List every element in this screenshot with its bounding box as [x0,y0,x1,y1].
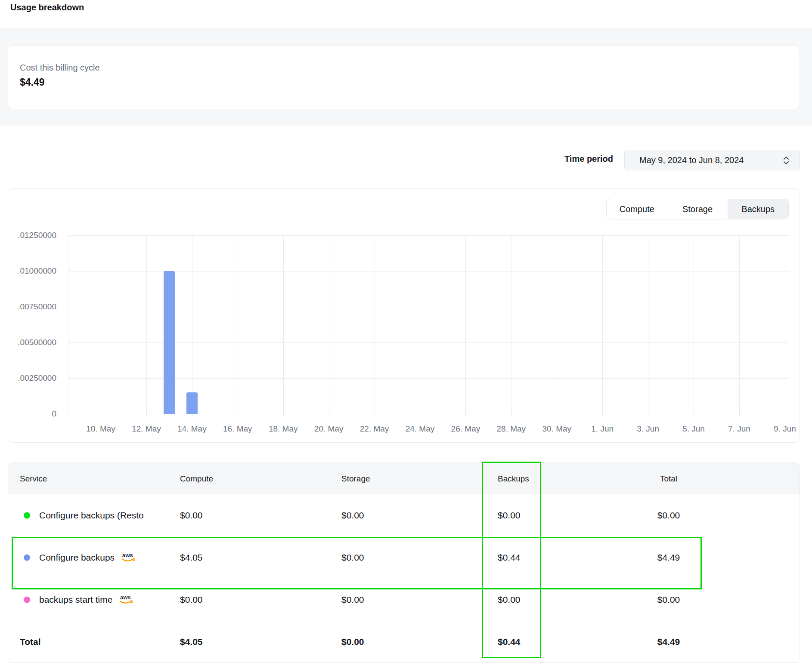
service-name: Configure backups (Resto [39,510,144,521]
x-axis-tick [329,414,329,416]
x-gridline [329,235,329,414]
x-axis-tick-label: 28. May [497,424,526,434]
svg-text:aws: aws [122,552,133,558]
usage-table: Service Compute Storage Backups Total Co… [8,462,800,663]
x-gridline [602,235,603,414]
y-axis-tick-label: .01000000 [18,266,56,276]
y-axis-tick-label: .00500000 [18,338,56,347]
x-axis-tick-label: 12. May [132,424,161,434]
usage-chart-card: Compute Storage Backups .01250000.010000… [8,188,800,443]
x-gridline [192,235,192,414]
y-gridline [68,414,789,414]
x-axis-tick-label: 24. May [406,424,435,434]
x-gridline [420,235,420,414]
billing-cost-card: Cost this billing cycle $4.49 [8,45,799,109]
time-period-value: May 9, 2024 to Jun 8, 2024 [639,155,744,165]
aws-logo-icon: aws [118,594,135,606]
usage-bar-14-may[interactable] [186,392,198,414]
service-color-dot [24,555,30,561]
column-header-backups: Backups [498,474,529,484]
x-axis-tick-label: 5. Jun [682,424,705,434]
x-gridline [465,235,466,414]
x-axis-tick-label: 16. May [223,424,252,434]
table-row: backups start time aws $0.00 $0.00 $0.00… [8,579,800,621]
x-axis-tick-label: 7. Jun [728,424,750,434]
x-axis-tick [557,414,557,416]
tab-backups[interactable]: Backups [728,199,788,219]
y-axis-tick-label: 0 [52,409,56,419]
storage-value: $0.00 [341,595,364,605]
column-header-compute: Compute [180,474,213,484]
x-axis-tick-label: 20. May [314,424,344,434]
x-axis-tick-label: 26. May [451,424,480,434]
x-axis-tick [420,414,420,416]
summary-section: Cost this billing cycle $4.49 [0,28,812,126]
total-value: $0.00 [626,510,712,521]
x-axis-tick-label: 14. May [177,424,207,434]
column-header-total: Total [626,474,712,484]
backups-value: $0.44 [498,552,521,563]
time-period-label: Time period [564,154,613,164]
y-gridline [68,235,789,236]
y-gridline [68,271,789,271]
x-gridline [648,235,648,414]
usage-bar-13-may[interactable] [164,271,175,414]
x-axis-tick-label: 1. Jun [591,424,614,434]
x-axis-tick [648,414,648,416]
x-axis-tick [238,414,238,416]
x-axis-tick-label: 9. Jun [774,424,796,434]
column-header-service: Service [20,474,47,484]
service-color-dot [24,597,30,603]
table-header-row: Service Compute Storage Backups Total [8,463,800,494]
x-axis-tick-label: 3. Jun [637,424,659,434]
compute-value: $4.05 [180,552,203,563]
y-gridline [68,378,789,379]
compute-value: $0.00 [180,510,203,521]
x-gridline [694,235,694,414]
service-name: Configure backups aws [39,552,137,564]
time-period-select[interactable]: May 9, 2024 to Jun 8, 2024 [624,150,800,170]
x-gridline [146,235,147,414]
page-title: Usage breakdown [10,3,84,12]
x-axis-tick [101,414,101,416]
storage-value: $0.00 [341,552,364,563]
x-axis-tick [694,414,694,416]
x-axis-tick [375,414,375,416]
x-axis-tick-label: 22. May [360,424,389,434]
total-value: $4.49 [626,552,712,563]
total-value: $0.00 [626,595,712,605]
aws-logo-icon: aws [121,552,137,564]
chart-metric-tabs: Compute Storage Backups [606,199,789,219]
backups-value: $0.00 [498,595,521,605]
column-header-storage: Storage [341,474,370,484]
x-axis-tick [511,414,511,416]
plot-left-edge [68,235,68,414]
svg-text:aws: aws [120,594,131,601]
x-gridline [238,235,238,414]
usage-breakdown-page: Usage breakdown Cost this billing cycle … [0,0,812,666]
tab-storage[interactable]: Storage [667,199,728,219]
table-total-row: Total $4.05 $0.00 $0.44 $4.49 [8,621,800,663]
x-axis-tick [465,414,466,416]
x-axis-tick [146,414,147,416]
x-axis-tick-label: 30. May [542,424,571,434]
y-axis-tick-label: .00750000 [18,302,56,311]
y-gridline [68,342,789,343]
y-axis-tick-label: .00250000 [18,373,56,383]
total-row-label: Total [20,637,41,647]
x-axis-tick-label: 10. May [86,424,115,434]
x-gridline [739,235,740,414]
billing-cost-label: Cost this billing cycle [20,63,100,73]
x-axis-tick [192,414,192,416]
x-axis-tick [602,414,603,416]
chevron-updown-icon [781,155,791,166]
service-color-dot [24,512,30,519]
tab-compute[interactable]: Compute [607,199,667,219]
x-gridline [511,235,511,414]
grand-total: $4.49 [626,637,712,647]
bar-chart-plot-area: .01250000.01000000.00750000.00500000.002… [68,235,789,414]
x-axis-tick [283,414,284,416]
x-axis-tick [739,414,740,416]
x-gridline [557,235,557,414]
compute-total: $4.05 [180,637,203,647]
